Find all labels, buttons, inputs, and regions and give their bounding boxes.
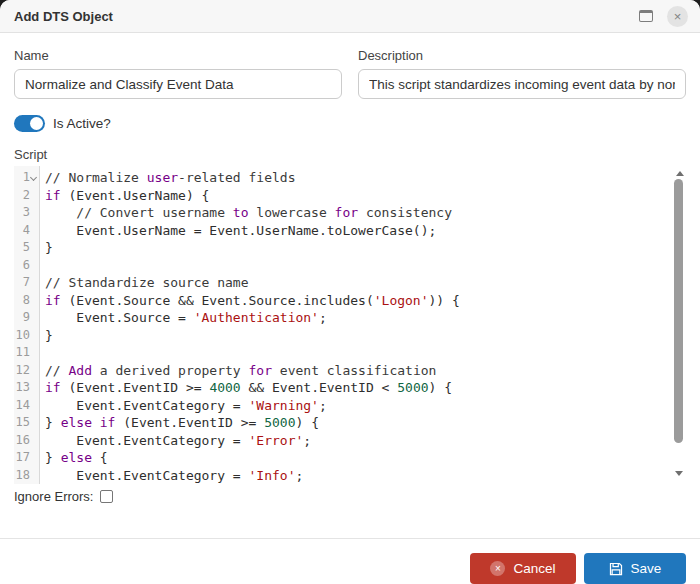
description-label: Description [358,48,686,63]
ignore-errors-label: Ignore Errors: [14,489,93,504]
editor-gutter: 123456789101112131415161718 [14,166,40,484]
code-line[interactable]: } else if (Event.EventID >= 5000) { [45,414,686,432]
gutter-line-number: 11 [14,344,39,362]
toggle-knob [30,117,43,130]
name-label: Name [14,48,342,63]
code-line[interactable]: } [45,327,686,345]
code-line[interactable]: Event.UserName = Event.UserName.toLowerC… [45,222,686,240]
fold-chevron-icon[interactable] [30,169,39,187]
gutter-line-number: 16 [14,432,39,450]
name-input[interactable] [14,69,342,99]
maximize-icon[interactable] [639,10,653,22]
code-line[interactable]: Event.Source = 'Authentication'; [45,309,686,327]
scroll-down-arrow-icon[interactable] [675,471,683,476]
gutter-line-number: 10 [14,327,39,345]
code-line[interactable]: } [45,239,686,257]
code-line[interactable]: // Normalize user-related fields [45,169,686,187]
save-floppy-icon [609,562,623,576]
code-line[interactable]: Event.EventCategory = 'Warning'; [45,397,686,415]
gutter-line-number: 1 [14,169,39,187]
is-active-label: Is Active? [53,116,111,131]
gutter-line-number: 4 [14,222,39,240]
code-line[interactable]: Event.EventCategory = 'Error'; [45,432,686,450]
ignore-errors-checkbox[interactable] [100,490,113,503]
gutter-line-number: 7 [14,274,39,292]
gutter-line-number: 6 [14,257,39,275]
cancel-x-icon: × [490,561,505,576]
close-icon[interactable]: × [667,6,688,27]
dialog-footer: × Cancel Save [0,539,700,584]
script-editor[interactable]: 123456789101112131415161718 // Normalize… [14,166,686,484]
code-line[interactable]: if (Event.EventID >= 4000 && Event.Event… [45,379,686,397]
gutter-line-number: 3 [14,204,39,222]
gutter-line-number: 9 [14,309,39,327]
code-line[interactable] [45,344,686,362]
gutter-line-number: 12 [14,362,39,380]
dialog-body: Name Description Is Active? Script 12345… [0,33,700,516]
add-dts-object-dialog: Add DTS Object × Name Description Is Act… [0,0,700,584]
gutter-line-number: 15 [14,414,39,432]
scroll-up-arrow-icon[interactable] [676,171,684,176]
gutter-line-number: 8 [14,292,39,310]
dialog-title: Add DTS Object [14,9,639,24]
script-label: Script [14,147,686,162]
gutter-line-number: 5 [14,239,39,257]
gutter-line-number: 13 [14,379,39,397]
code-line[interactable]: } else { [45,449,686,467]
scrollbar-thumb[interactable] [674,179,683,443]
save-button[interactable]: Save [584,553,686,584]
editor-code[interactable]: // Normalize user-related fieldsif (Even… [40,166,686,484]
code-line[interactable]: // Add a derived property for event clas… [45,362,686,380]
code-line[interactable]: // Standardize source name [45,274,686,292]
save-button-label: Save [631,561,662,576]
cancel-button[interactable]: × Cancel [470,553,576,584]
code-line[interactable] [45,257,686,275]
code-line[interactable]: if (Event.UserName) { [45,187,686,205]
is-active-toggle[interactable] [14,115,45,132]
gutter-line-number: 18 [14,467,39,485]
description-input[interactable] [358,69,686,99]
editor-scrollbar[interactable] [673,166,686,484]
gutter-line-number: 17 [14,449,39,467]
code-line[interactable]: // Convert username to lowercase for con… [45,204,686,222]
dialog-header: Add DTS Object × [0,0,700,33]
gutter-line-number: 14 [14,397,39,415]
cancel-button-label: Cancel [513,561,555,576]
gutter-line-number: 2 [14,187,39,205]
code-line[interactable]: if (Event.Source && Event.Source.include… [45,292,686,310]
code-line[interactable]: Event.EventCategory = 'Info'; [45,467,686,485]
